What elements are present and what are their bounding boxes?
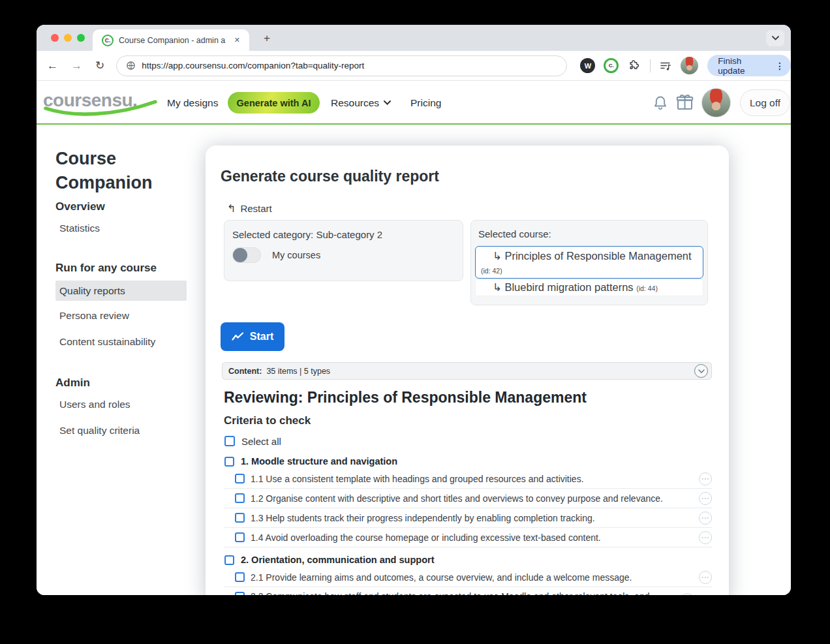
chrome-menu-icon[interactable]: ⋮ (775, 61, 784, 71)
chevron-down-icon (698, 369, 705, 373)
sidebar-heading-admin: Admin (55, 376, 90, 390)
branch-arrow-icon: ↳ (493, 250, 502, 262)
more-options-icon[interactable]: ••• (699, 531, 712, 544)
notifications-bell-icon[interactable] (653, 95, 668, 112)
sidebar-item-set-quality-criteria[interactable]: Set quality criteria (59, 425, 140, 437)
coursensu-extension-icon[interactable]: C. (604, 58, 619, 73)
sidebar-item-persona-review[interactable]: Persona review (59, 310, 129, 322)
start-label: Start (250, 331, 273, 343)
criteria-text: 1.4 Avoid overloading the course homepag… (251, 532, 693, 543)
criteria-text: 2.2 Communicate how staff and students a… (251, 590, 675, 595)
course-name: Bluebird migration patterns (504, 281, 633, 293)
more-options-icon[interactable]: ••• (681, 593, 694, 595)
criteria-checkbox[interactable] (235, 572, 245, 582)
criteria-text: 2.1 Provide learning aims and outcomes, … (251, 572, 693, 583)
w-extension-icon[interactable]: W (580, 58, 595, 73)
toggle-knob (233, 248, 247, 262)
restart-label: Restart (240, 203, 271, 214)
page-title: Generate course quality report (221, 168, 712, 185)
chevron-down-icon (384, 100, 391, 105)
url-bar[interactable]: https://app.coursensu.com/companion?tab=… (116, 55, 567, 76)
selected-category-label: Selected category: Sub-category 2 (232, 229, 455, 240)
course-option-selected[interactable]: ↳ Principles of Responsible Management (… (475, 246, 703, 279)
more-options-icon[interactable]: ••• (699, 492, 712, 505)
nav-resources[interactable]: Resources (331, 81, 391, 125)
generate-with-ai-button[interactable]: Generate with AI (228, 92, 320, 114)
nav-pricing[interactable]: Pricing (410, 81, 441, 125)
branch-arrow-icon: ↳ (493, 281, 502, 293)
restart-arrow-icon: ↰ (227, 202, 236, 215)
select-all-checkbox[interactable] (224, 436, 235, 446)
criteria-row: 1.3 Help students track their progress i… (224, 508, 712, 528)
forward-icon[interactable]: → (69, 57, 85, 75)
app-header: coursensu. My designs Generate with AI R… (37, 81, 791, 125)
criteria-group-header: 1. Moodle structure and navigation (224, 453, 712, 469)
tab-list-chevron-button[interactable] (766, 30, 784, 46)
selection-row: Selected category: Sub-category 2 My cou… (224, 220, 712, 305)
browser-tab[interactable]: C. Course Companion - admin a ✕ (93, 29, 249, 51)
logo-swoosh-icon (43, 94, 159, 117)
minimize-window-button[interactable] (64, 34, 72, 42)
more-options-icon[interactable]: ••• (699, 472, 712, 485)
sidebar-item-users-and-roles[interactable]: Users and roles (59, 399, 131, 410)
group-title: 2. Orientation, communication and suppor… (241, 555, 434, 565)
criteria-checkbox[interactable] (235, 513, 245, 523)
close-tab-icon[interactable]: ✕ (232, 35, 243, 46)
finish-update-button[interactable]: Finish update ⋮ (707, 55, 791, 76)
criteria-row: 2.1 Provide learning aims and outcomes, … (224, 568, 712, 587)
new-tab-button[interactable]: + (260, 31, 274, 46)
sidebar-title: Course Companion (55, 147, 179, 195)
extensions-puzzle-icon[interactable] (627, 59, 641, 72)
course-id: (id: 44) (636, 284, 658, 292)
browser-window: C. Course Companion - admin a ✕ + ← → ↻ … (37, 25, 791, 595)
reload-icon[interactable]: ↻ (93, 56, 107, 75)
nav-resources-label: Resources (331, 97, 379, 109)
course-name: Principles of Responsible Management (504, 250, 691, 262)
content-summary-bar[interactable]: Content: 35 items | 5 types (222, 362, 712, 380)
criteria-row: 1.4 Avoid overloading the course homepag… (224, 528, 712, 547)
url-text: https://app.coursensu.com/companion?tab=… (142, 61, 364, 70)
expand-content-button[interactable] (694, 364, 708, 378)
course-option[interactable]: ↳ Bluebird migration patterns (id: 44) (475, 279, 703, 296)
gift-icon[interactable] (675, 93, 694, 112)
more-options-icon[interactable]: ••• (699, 512, 712, 525)
start-button[interactable]: Start (221, 322, 284, 351)
sidebar-item-quality-reports[interactable]: Quality reports (55, 281, 187, 301)
criteria-checkbox[interactable] (235, 592, 245, 595)
tab-favicon-icon: C. (102, 35, 114, 46)
maximize-window-button[interactable] (77, 34, 85, 42)
criteria-text: 1.2 Organise content with descriptive an… (251, 493, 693, 504)
restart-button[interactable]: ↰ Restart (227, 202, 272, 215)
nav-my-designs[interactable]: My designs (167, 81, 218, 125)
my-courses-toggle-row: My courses (232, 247, 455, 263)
coursensu-logo[interactable]: coursensu. (43, 90, 158, 116)
group-checkbox[interactable] (224, 457, 234, 467)
media-playlist-icon[interactable] (659, 59, 672, 72)
content-label: Content: (228, 367, 262, 376)
back-icon[interactable]: ← (44, 57, 61, 75)
criteria-text: 1.1 Use a consistent template with headi… (251, 474, 693, 484)
tab-strip: C. Course Companion - admin a ✕ + (37, 25, 791, 51)
group-checkbox[interactable] (224, 555, 234, 565)
user-avatar[interactable] (701, 88, 731, 117)
selected-course-label: Selected course: (478, 228, 703, 239)
log-off-button[interactable]: Log off (740, 89, 790, 116)
toolbar-divider (650, 59, 651, 72)
selected-course-box: Selected course: ↳ Principles of Respons… (470, 220, 708, 305)
more-options-icon[interactable]: ••• (699, 571, 712, 584)
browser-toolbar: ← → ↻ https://app.coursensu.com/companio… (37, 51, 791, 81)
trend-line-icon (232, 332, 244, 341)
sidebar-heading-overview: Overview (55, 200, 105, 213)
content-value: 35 items | 5 types (266, 367, 330, 376)
sidebar-heading-run-for-any-course: Run for any course (55, 262, 157, 275)
sidebar-item-content-sustainability[interactable]: Content sustainability (59, 336, 155, 348)
criteria-checkbox[interactable] (235, 474, 245, 483)
my-courses-toggle[interactable] (232, 247, 261, 263)
criteria-text: 1.3 Help students track their progress i… (251, 513, 693, 523)
close-window-button[interactable] (51, 34, 59, 42)
criteria-checkbox[interactable] (235, 532, 245, 542)
criteria-checkbox[interactable] (235, 493, 245, 503)
finish-update-label: Finish update (718, 56, 770, 76)
sidebar-item-statistics[interactable]: Statistics (59, 222, 100, 234)
browser-profile-avatar[interactable] (681, 57, 698, 74)
